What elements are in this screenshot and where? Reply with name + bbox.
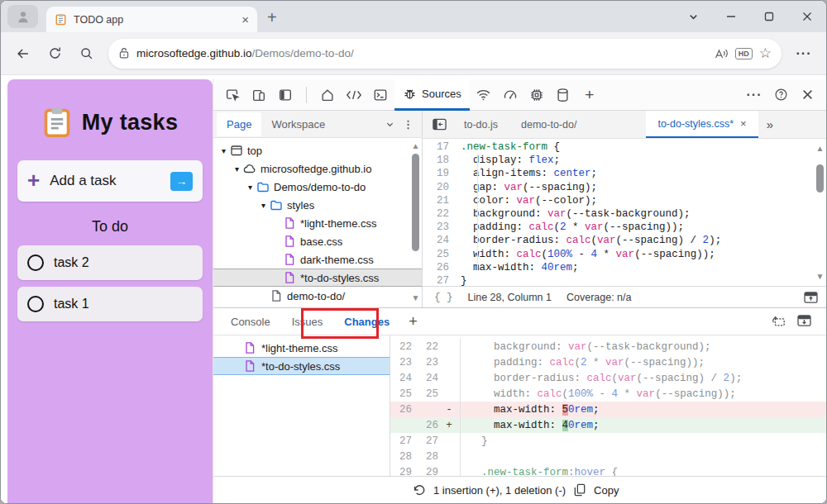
editor-tab-to-do-js[interactable]: to-do.js	[452, 111, 509, 138]
sources-tab[interactable]: Sources	[394, 79, 470, 111]
undock-quick-view-icon[interactable]	[771, 315, 786, 328]
tree-expander-icon[interactable]: ▾	[218, 146, 229, 155]
new-tab-button[interactable]: +	[267, 9, 277, 26]
diff-row[interactable]: 26- max-width: 50rem;	[390, 402, 826, 417]
revert-changes-icon[interactable]	[412, 483, 425, 497]
profile-button[interactable]	[7, 5, 38, 28]
code-line[interactable]: 22 background: var(--task-background);	[423, 207, 826, 221]
scroll-down-icon[interactable]: ▼	[412, 294, 420, 304]
tab-workspace[interactable]: Workspace	[261, 112, 335, 136]
navigator-toggle-icon[interactable]	[426, 111, 452, 138]
memory-panel-icon[interactable]	[524, 83, 549, 107]
code-area[interactable]: 17.new-task-form {18 display: flex;19 al…	[423, 139, 826, 286]
drawer-tab-console[interactable]: Console	[222, 310, 280, 334]
diff-row[interactable]: 2323 padding: calc(2 * var(--spacing));	[390, 354, 826, 370]
tree-item-demos-demo-to-do[interactable]: ▾Demos/demo-to-do	[213, 178, 422, 196]
activity-bar-layout-icon[interactable]	[273, 83, 298, 107]
copy-icon[interactable]	[574, 483, 586, 497]
drawer-tab-changes[interactable]: Changes	[335, 310, 399, 334]
back-button[interactable]	[9, 40, 37, 68]
tree-item-demo-to-do-[interactable]: demo-to-do/	[213, 287, 422, 305]
close-tab-icon[interactable]: ×	[740, 117, 747, 130]
more-tabs-button[interactable]: +	[577, 83, 602, 107]
diff-row[interactable]: 2929.new-task-form:hover {	[390, 464, 826, 476]
chevron-down-icon[interactable]	[385, 120, 394, 129]
site-lock-icon[interactable]	[118, 47, 130, 59]
minimize-button[interactable]	[712, 1, 750, 32]
hd-badge[interactable]: HD	[735, 48, 753, 59]
devtools-help-button[interactable]	[768, 83, 793, 107]
dock-quick-view-icon[interactable]	[797, 315, 811, 328]
tree-item--light-theme-css[interactable]: *light-theme.css	[213, 214, 422, 232]
pretty-print-icon[interactable]: { }	[434, 292, 453, 303]
welcome-home-icon[interactable]	[315, 83, 340, 107]
task-checkbox-icon[interactable]	[27, 254, 44, 271]
search-icon[interactable]	[72, 40, 100, 68]
copy-button[interactable]: Copy	[594, 484, 619, 497]
tree-item-styles[interactable]: ▾styles	[213, 196, 422, 214]
read-aloud-icon[interactable]	[714, 47, 729, 60]
editor-tab-overflow-icon[interactable]: »	[758, 111, 782, 138]
add-drawer-tab-button[interactable]: +	[402, 313, 424, 330]
editor-tab-to-do-styles-css-[interactable]: to-do-styles.css*×	[646, 111, 758, 138]
browser-menu-button[interactable]: ···	[790, 40, 818, 68]
scrollbar-thumb[interactable]	[412, 154, 419, 251]
code-line[interactable]: 24 border-radius: calc(var(--spacing) / …	[423, 234, 826, 247]
tree-expander-icon[interactable]: ▾	[245, 183, 256, 192]
diff-view[interactable]: 2222 background: var(--task-background);…	[390, 335, 826, 476]
devtools-close-button[interactable]	[795, 83, 820, 107]
tree-item--to-do-styles-css[interactable]: *to-do-styles.css	[213, 269, 422, 287]
console-panel-icon[interactable]	[368, 83, 393, 107]
code-line[interactable]: 23 padding: calc(2 * var(--spacing));	[423, 221, 826, 234]
favorites-star-icon[interactable]: ☆	[759, 45, 772, 62]
refresh-button[interactable]	[41, 40, 69, 68]
scrollbar-thumb[interactable]	[816, 164, 824, 193]
address-bar[interactable]: microsoftedge.github.io/Demos/demo-to-do…	[108, 39, 782, 69]
close-window-button[interactable]	[788, 1, 826, 32]
diff-row[interactable]: 26+ max-width: 40rem;	[390, 417, 826, 433]
device-emulation-icon[interactable]	[246, 83, 271, 107]
network-panel-icon[interactable]	[471, 83, 496, 107]
diff-row[interactable]: 2727}	[390, 433, 826, 449]
editor-tab-demo-to-do-[interactable]: demo-to-do/	[509, 111, 588, 138]
diff-row[interactable]: 2424 border-radius: calc(var(--spacing) …	[390, 370, 826, 386]
application-panel-icon[interactable]	[551, 83, 576, 107]
code-line[interactable]: 21 color: var(--color);	[423, 194, 826, 207]
tab-close-icon[interactable]: ×	[241, 13, 249, 26]
drawer-tab-issues[interactable]: Issues	[283, 310, 332, 334]
add-task-form[interactable]: + Add a task →	[17, 160, 203, 202]
tree-item-top[interactable]: ▾top	[213, 141, 422, 159]
code-line[interactable]: 25 width: calc(100% - 4 * var(--spacing)…	[423, 248, 826, 261]
kebab-menu-icon[interactable]: ⋮	[403, 118, 414, 131]
changed-file--light-theme-css[interactable]: *light-theme.css	[213, 339, 390, 357]
tree-item-dark-theme-css[interactable]: dark-theme.css	[213, 250, 422, 269]
expand-panel-icon[interactable]	[804, 292, 818, 303]
changed-file--to-do-styles-css[interactable]: *to-do-styles.css	[213, 357, 390, 375]
inspect-element-icon[interactable]	[220, 83, 245, 107]
performance-panel-icon[interactable]	[498, 83, 523, 107]
editor-scrollbar[interactable]: ▲ ▼	[815, 144, 825, 281]
task-item[interactable]: task 1	[17, 287, 203, 321]
tree-item-base-css[interactable]: base.css	[213, 232, 422, 250]
tab-page[interactable]: Page	[217, 112, 261, 136]
tree-expander-icon[interactable]: ▾	[258, 201, 269, 210]
tree-item-microsoftedge-github-io[interactable]: ▾microsoftedge.github.io	[213, 159, 422, 178]
code-line[interactable]: 20 gap: var(--spacing);	[423, 181, 826, 194]
submit-task-button[interactable]: →	[170, 172, 193, 191]
code-line[interactable]: 19 align-items: center;	[423, 167, 826, 180]
navigator-scrollbar[interactable]: ▲ ▼	[410, 142, 421, 304]
add-task-input[interactable]: Add a task	[50, 173, 160, 189]
elements-panel-icon[interactable]	[342, 83, 366, 107]
browser-tab[interactable]: TODO app ×	[46, 7, 257, 32]
diff-row[interactable]: 2525 width: calc(100% - 4 * var(--spacin…	[390, 386, 826, 402]
code-line[interactable]: 18 display: flex;	[423, 154, 826, 167]
scroll-up-icon[interactable]: ▲	[412, 142, 420, 152]
code-line[interactable]: 17.new-task-form {	[423, 140, 826, 154]
devtools-menu-button[interactable]: ···	[742, 83, 767, 107]
task-item[interactable]: task 2	[17, 245, 203, 280]
maximize-button[interactable]	[750, 1, 788, 32]
tab-actions-chevron-icon[interactable]	[674, 1, 712, 32]
scroll-up-icon[interactable]: ▲	[816, 144, 825, 153]
scroll-down-icon[interactable]: ▼	[816, 272, 825, 281]
code-line[interactable]: 26 max-width: 40rem;	[423, 261, 826, 274]
